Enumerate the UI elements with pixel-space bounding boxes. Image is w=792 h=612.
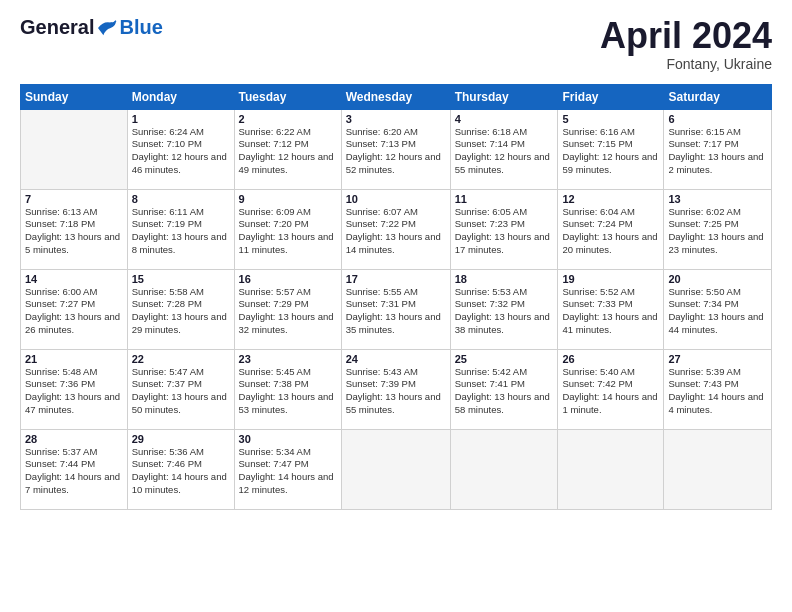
calendar-cell-15: 15Sunrise: 5:58 AMSunset: 7:28 PMDayligh… — [127, 269, 234, 349]
calendar-week-row-3: 14Sunrise: 6:00 AMSunset: 7:27 PMDayligh… — [21, 269, 772, 349]
calendar-cell-4: 4Sunrise: 6:18 AMSunset: 7:14 PMDaylight… — [450, 109, 558, 189]
day-number: 6 — [668, 113, 767, 125]
calendar-cell-13: 13Sunrise: 6:02 AMSunset: 7:25 PMDayligh… — [664, 189, 772, 269]
day-info: Sunrise: 5:47 AMSunset: 7:37 PMDaylight:… — [132, 366, 230, 417]
day-info: Sunrise: 6:13 AMSunset: 7:18 PMDaylight:… — [25, 206, 123, 257]
day-number: 23 — [239, 353, 337, 365]
calendar-cell-6: 6Sunrise: 6:15 AMSunset: 7:17 PMDaylight… — [664, 109, 772, 189]
day-info: Sunrise: 6:09 AMSunset: 7:20 PMDaylight:… — [239, 206, 337, 257]
calendar-cell-3: 3Sunrise: 6:20 AMSunset: 7:13 PMDaylight… — [341, 109, 450, 189]
calendar-week-row-2: 7Sunrise: 6:13 AMSunset: 7:18 PMDaylight… — [21, 189, 772, 269]
day-number: 27 — [668, 353, 767, 365]
calendar-cell-21: 21Sunrise: 5:48 AMSunset: 7:36 PMDayligh… — [21, 349, 128, 429]
day-number: 17 — [346, 273, 446, 285]
calendar-cell-14: 14Sunrise: 6:00 AMSunset: 7:27 PMDayligh… — [21, 269, 128, 349]
calendar-cell-5: 5Sunrise: 6:16 AMSunset: 7:15 PMDaylight… — [558, 109, 664, 189]
location-subtitle: Fontany, Ukraine — [600, 56, 772, 72]
day-info: Sunrise: 5:52 AMSunset: 7:33 PMDaylight:… — [562, 286, 659, 337]
day-info: Sunrise: 5:42 AMSunset: 7:41 PMDaylight:… — [455, 366, 554, 417]
day-info: Sunrise: 5:58 AMSunset: 7:28 PMDaylight:… — [132, 286, 230, 337]
day-info: Sunrise: 6:07 AMSunset: 7:22 PMDaylight:… — [346, 206, 446, 257]
day-number: 10 — [346, 193, 446, 205]
calendar-cell-empty — [664, 429, 772, 509]
day-info: Sunrise: 5:39 AMSunset: 7:43 PMDaylight:… — [668, 366, 767, 417]
calendar-cell-24: 24Sunrise: 5:43 AMSunset: 7:39 PMDayligh… — [341, 349, 450, 429]
calendar-cell-18: 18Sunrise: 5:53 AMSunset: 7:32 PMDayligh… — [450, 269, 558, 349]
day-info: Sunrise: 5:43 AMSunset: 7:39 PMDaylight:… — [346, 366, 446, 417]
calendar-cell-empty — [21, 109, 128, 189]
day-number: 8 — [132, 193, 230, 205]
logo-bird-icon — [96, 19, 118, 37]
day-info: Sunrise: 6:15 AMSunset: 7:17 PMDaylight:… — [668, 126, 767, 177]
calendar-cell-10: 10Sunrise: 6:07 AMSunset: 7:22 PMDayligh… — [341, 189, 450, 269]
day-info: Sunrise: 6:04 AMSunset: 7:24 PMDaylight:… — [562, 206, 659, 257]
calendar-cell-19: 19Sunrise: 5:52 AMSunset: 7:33 PMDayligh… — [558, 269, 664, 349]
day-info: Sunrise: 6:20 AMSunset: 7:13 PMDaylight:… — [346, 126, 446, 177]
day-number: 12 — [562, 193, 659, 205]
calendar-week-row-5: 28Sunrise: 5:37 AMSunset: 7:44 PMDayligh… — [21, 429, 772, 509]
day-number: 22 — [132, 353, 230, 365]
day-info: Sunrise: 5:34 AMSunset: 7:47 PMDaylight:… — [239, 446, 337, 497]
day-number: 5 — [562, 113, 659, 125]
day-number: 26 — [562, 353, 659, 365]
calendar-cell-9: 9Sunrise: 6:09 AMSunset: 7:20 PMDaylight… — [234, 189, 341, 269]
day-number: 2 — [239, 113, 337, 125]
logo-general: General — [20, 16, 94, 39]
calendar-cell-29: 29Sunrise: 5:36 AMSunset: 7:46 PMDayligh… — [127, 429, 234, 509]
day-number: 9 — [239, 193, 337, 205]
day-number: 19 — [562, 273, 659, 285]
weekday-header-thursday: Thursday — [450, 84, 558, 109]
calendar-cell-23: 23Sunrise: 5:45 AMSunset: 7:38 PMDayligh… — [234, 349, 341, 429]
weekday-header-tuesday: Tuesday — [234, 84, 341, 109]
weekday-header-saturday: Saturday — [664, 84, 772, 109]
day-number: 28 — [25, 433, 123, 445]
day-number: 3 — [346, 113, 446, 125]
day-number: 14 — [25, 273, 123, 285]
calendar-cell-26: 26Sunrise: 5:40 AMSunset: 7:42 PMDayligh… — [558, 349, 664, 429]
day-number: 7 — [25, 193, 123, 205]
day-number: 18 — [455, 273, 554, 285]
calendar-week-row-4: 21Sunrise: 5:48 AMSunset: 7:36 PMDayligh… — [21, 349, 772, 429]
day-info: Sunrise: 6:24 AMSunset: 7:10 PMDaylight:… — [132, 126, 230, 177]
day-number: 25 — [455, 353, 554, 365]
day-info: Sunrise: 5:45 AMSunset: 7:38 PMDaylight:… — [239, 366, 337, 417]
day-number: 4 — [455, 113, 554, 125]
calendar-cell-1: 1Sunrise: 6:24 AMSunset: 7:10 PMDaylight… — [127, 109, 234, 189]
day-number: 13 — [668, 193, 767, 205]
calendar-cell-12: 12Sunrise: 6:04 AMSunset: 7:24 PMDayligh… — [558, 189, 664, 269]
calendar-cell-17: 17Sunrise: 5:55 AMSunset: 7:31 PMDayligh… — [341, 269, 450, 349]
day-info: Sunrise: 5:50 AMSunset: 7:34 PMDaylight:… — [668, 286, 767, 337]
logo-text: General Blue — [20, 16, 163, 39]
calendar-cell-25: 25Sunrise: 5:42 AMSunset: 7:41 PMDayligh… — [450, 349, 558, 429]
page-container: General Blue April 2024 Fontany, Ukraine… — [0, 0, 792, 520]
calendar-cell-27: 27Sunrise: 5:39 AMSunset: 7:43 PMDayligh… — [664, 349, 772, 429]
weekday-header-wednesday: Wednesday — [341, 84, 450, 109]
weekday-header-friday: Friday — [558, 84, 664, 109]
day-info: Sunrise: 5:48 AMSunset: 7:36 PMDaylight:… — [25, 366, 123, 417]
day-info: Sunrise: 6:05 AMSunset: 7:23 PMDaylight:… — [455, 206, 554, 257]
day-number: 16 — [239, 273, 337, 285]
title-block: April 2024 Fontany, Ukraine — [600, 16, 772, 72]
day-info: Sunrise: 5:55 AMSunset: 7:31 PMDaylight:… — [346, 286, 446, 337]
calendar-cell-20: 20Sunrise: 5:50 AMSunset: 7:34 PMDayligh… — [664, 269, 772, 349]
day-info: Sunrise: 5:53 AMSunset: 7:32 PMDaylight:… — [455, 286, 554, 337]
day-info: Sunrise: 5:36 AMSunset: 7:46 PMDaylight:… — [132, 446, 230, 497]
weekday-header-sunday: Sunday — [21, 84, 128, 109]
calendar-cell-7: 7Sunrise: 6:13 AMSunset: 7:18 PMDaylight… — [21, 189, 128, 269]
day-number: 1 — [132, 113, 230, 125]
logo: General Blue — [20, 16, 163, 39]
day-number: 29 — [132, 433, 230, 445]
day-info: Sunrise: 6:16 AMSunset: 7:15 PMDaylight:… — [562, 126, 659, 177]
day-info: Sunrise: 5:40 AMSunset: 7:42 PMDaylight:… — [562, 366, 659, 417]
day-number: 24 — [346, 353, 446, 365]
weekday-header-monday: Monday — [127, 84, 234, 109]
weekday-header-row: SundayMondayTuesdayWednesdayThursdayFrid… — [21, 84, 772, 109]
calendar-cell-28: 28Sunrise: 5:37 AMSunset: 7:44 PMDayligh… — [21, 429, 128, 509]
calendar-cell-16: 16Sunrise: 5:57 AMSunset: 7:29 PMDayligh… — [234, 269, 341, 349]
day-info: Sunrise: 5:57 AMSunset: 7:29 PMDaylight:… — [239, 286, 337, 337]
day-number: 15 — [132, 273, 230, 285]
logo-blue: Blue — [119, 16, 162, 39]
calendar-cell-22: 22Sunrise: 5:47 AMSunset: 7:37 PMDayligh… — [127, 349, 234, 429]
day-info: Sunrise: 6:22 AMSunset: 7:12 PMDaylight:… — [239, 126, 337, 177]
day-info: Sunrise: 6:18 AMSunset: 7:14 PMDaylight:… — [455, 126, 554, 177]
